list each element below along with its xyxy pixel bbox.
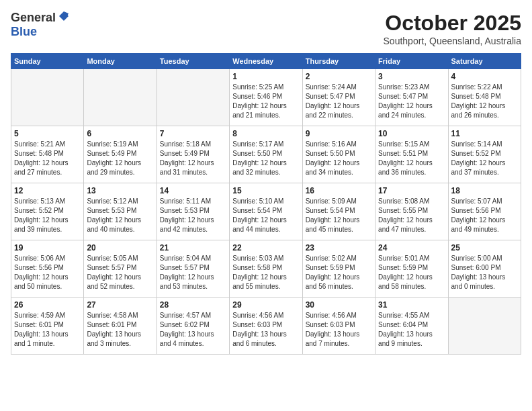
location: Southport, Queensland, Australia [384,36,521,46]
day-cell: 20Sunrise: 5:05 AM Sunset: 5:57 PM Dayli… [84,240,157,298]
calendar-table: SundayMondayTuesdayWednesdayThursdayFrid… [11,53,521,355]
day-number: 2 [306,72,372,81]
day-cell: 23Sunrise: 5:02 AM Sunset: 5:59 PM Dayli… [302,240,375,298]
calendar-header-friday: Friday [375,54,448,69]
day-cell: 12Sunrise: 5:13 AM Sunset: 5:52 PM Dayli… [11,183,84,240]
day-info: Sunrise: 5:13 AM Sunset: 5:52 PM Dayligh… [14,197,81,234]
calendar-header-row: SundayMondayTuesdayWednesdayThursdayFrid… [11,54,521,69]
week-row-4: 19Sunrise: 5:06 AM Sunset: 5:56 PM Dayli… [11,240,521,298]
day-info: Sunrise: 5:03 AM Sunset: 5:58 PM Dayligh… [232,254,299,291]
month-title: October 2025 [384,11,521,36]
day-number: 29 [232,300,299,310]
day-number: 26 [14,300,81,310]
day-number: 23 [306,243,372,253]
week-row-5: 26Sunrise: 4:59 AM Sunset: 6:01 PM Dayli… [11,298,521,355]
day-cell: 18Sunrise: 5:07 AM Sunset: 5:56 PM Dayli… [448,183,521,240]
day-number: 10 [378,129,445,138]
day-info: Sunrise: 4:58 AM Sunset: 6:01 PM Dayligh… [87,311,153,349]
day-cell [157,69,229,126]
day-number: 18 [451,186,518,195]
day-info: Sunrise: 5:15 AM Sunset: 5:51 PM Dayligh… [378,140,445,177]
day-number: 21 [160,243,226,253]
day-cell [448,298,521,355]
day-info: Sunrise: 5:16 AM Sunset: 5:50 PM Dayligh… [306,140,372,177]
day-number: 9 [306,129,372,138]
day-number: 20 [87,243,153,253]
day-cell [11,69,84,126]
logo: General Blue [11,11,70,39]
day-info: Sunrise: 5:12 AM Sunset: 5:53 PM Dayligh… [87,197,153,234]
day-number: 6 [87,129,153,138]
logo-general-text: General [11,11,56,25]
day-info: Sunrise: 4:57 AM Sunset: 6:02 PM Dayligh… [160,311,226,349]
day-cell: 6Sunrise: 5:19 AM Sunset: 5:49 PM Daylig… [84,126,157,183]
day-cell: 30Sunrise: 4:56 AM Sunset: 6:03 PM Dayli… [302,298,375,355]
day-cell: 29Sunrise: 4:56 AM Sunset: 6:03 PM Dayli… [230,298,302,355]
week-row-1: 1Sunrise: 5:25 AM Sunset: 5:46 PM Daylig… [11,69,521,126]
day-number: 11 [451,129,518,138]
calendar-header-wednesday: Wednesday [230,54,302,69]
day-info: Sunrise: 5:04 AM Sunset: 5:57 PM Dayligh… [160,254,226,291]
day-number: 15 [232,186,299,195]
week-row-3: 12Sunrise: 5:13 AM Sunset: 5:52 PM Dayli… [11,183,521,240]
day-cell [84,69,157,126]
day-cell: 28Sunrise: 4:57 AM Sunset: 6:02 PM Dayli… [157,298,229,355]
day-cell: 19Sunrise: 5:06 AM Sunset: 5:56 PM Dayli… [11,240,84,298]
logo-blue-text: Blue [11,25,37,38]
day-info: Sunrise: 5:21 AM Sunset: 5:48 PM Dayligh… [14,140,81,177]
day-cell: 22Sunrise: 5:03 AM Sunset: 5:58 PM Dayli… [230,240,302,298]
day-number: 16 [306,186,372,195]
day-number: 5 [14,129,81,138]
day-number: 30 [306,300,372,310]
day-info: Sunrise: 4:59 AM Sunset: 6:01 PM Dayligh… [14,311,81,349]
day-number: 14 [160,186,226,195]
day-cell: 3Sunrise: 5:23 AM Sunset: 5:47 PM Daylig… [375,69,448,126]
day-info: Sunrise: 5:00 AM Sunset: 6:00 PM Dayligh… [451,254,518,291]
day-cell: 14Sunrise: 5:11 AM Sunset: 5:53 PM Dayli… [157,183,229,240]
logo-flag-icon [58,10,70,25]
day-info: Sunrise: 5:19 AM Sunset: 5:49 PM Dayligh… [87,140,153,177]
day-cell: 7Sunrise: 5:18 AM Sunset: 5:49 PM Daylig… [157,126,229,183]
day-cell: 26Sunrise: 4:59 AM Sunset: 6:01 PM Dayli… [11,298,84,355]
day-number: 25 [451,243,518,253]
day-info: Sunrise: 4:55 AM Sunset: 6:04 PM Dayligh… [378,311,445,349]
day-number: 19 [14,243,81,253]
day-number: 12 [14,186,81,195]
day-info: Sunrise: 4:56 AM Sunset: 6:03 PM Dayligh… [306,311,372,349]
day-info: Sunrise: 5:23 AM Sunset: 5:47 PM Dayligh… [378,83,445,120]
svg-marker-0 [59,11,69,21]
day-cell: 11Sunrise: 5:14 AM Sunset: 5:52 PM Dayli… [448,126,521,183]
calendar-header-sunday: Sunday [11,54,84,69]
day-number: 17 [378,186,445,195]
day-info: Sunrise: 5:05 AM Sunset: 5:57 PM Dayligh… [87,254,153,291]
day-number: 31 [378,300,445,310]
day-info: Sunrise: 5:24 AM Sunset: 5:47 PM Dayligh… [306,83,372,120]
day-info: Sunrise: 5:02 AM Sunset: 5:59 PM Dayligh… [306,254,372,291]
day-info: Sunrise: 5:11 AM Sunset: 5:53 PM Dayligh… [160,197,226,234]
day-info: Sunrise: 5:08 AM Sunset: 5:55 PM Dayligh… [378,197,445,234]
day-info: Sunrise: 5:14 AM Sunset: 5:52 PM Dayligh… [451,140,518,177]
day-number: 24 [378,243,445,253]
calendar-header-saturday: Saturday [448,54,521,69]
page-header: General Blue October 2025 Southport, Que… [11,11,521,46]
day-number: 22 [232,243,299,253]
day-info: Sunrise: 4:56 AM Sunset: 6:03 PM Dayligh… [232,311,299,349]
day-info: Sunrise: 5:25 AM Sunset: 5:46 PM Dayligh… [232,83,299,120]
day-info: Sunrise: 5:09 AM Sunset: 5:54 PM Dayligh… [306,197,372,234]
day-cell: 10Sunrise: 5:15 AM Sunset: 5:51 PM Dayli… [375,126,448,183]
day-cell: 2Sunrise: 5:24 AM Sunset: 5:47 PM Daylig… [302,69,375,126]
day-number: 27 [87,300,153,310]
day-info: Sunrise: 5:07 AM Sunset: 5:56 PM Dayligh… [451,197,518,234]
calendar-header-thursday: Thursday [302,54,375,69]
day-cell: 17Sunrise: 5:08 AM Sunset: 5:55 PM Dayli… [375,183,448,240]
day-cell: 25Sunrise: 5:00 AM Sunset: 6:00 PM Dayli… [448,240,521,298]
day-cell: 27Sunrise: 4:58 AM Sunset: 6:01 PM Dayli… [84,298,157,355]
day-cell: 15Sunrise: 5:10 AM Sunset: 5:54 PM Dayli… [230,183,302,240]
day-cell: 5Sunrise: 5:21 AM Sunset: 5:48 PM Daylig… [11,126,84,183]
day-info: Sunrise: 5:22 AM Sunset: 5:48 PM Dayligh… [451,83,518,120]
day-info: Sunrise: 5:01 AM Sunset: 5:59 PM Dayligh… [378,254,445,291]
day-cell: 8Sunrise: 5:17 AM Sunset: 5:50 PM Daylig… [230,126,302,183]
day-info: Sunrise: 5:10 AM Sunset: 5:54 PM Dayligh… [232,197,299,234]
day-number: 7 [160,129,226,138]
title-area: October 2025 Southport, Queensland, Aust… [384,11,521,46]
